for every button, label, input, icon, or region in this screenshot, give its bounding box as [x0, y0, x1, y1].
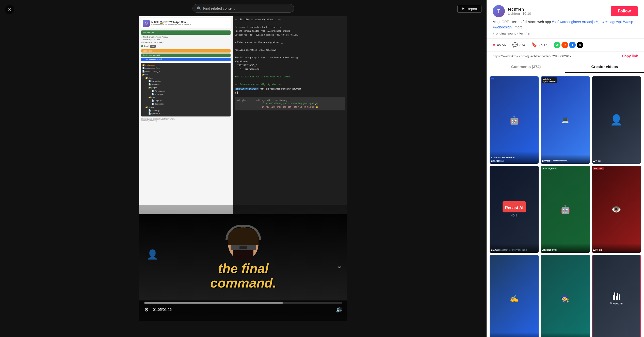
thumb-4-plays: ▶ 4048: [491, 249, 499, 252]
video-thumb-1[interactable]: 🤖 ChatGPT JSON mode and integrate ▶ 25.4…: [490, 76, 539, 164]
likes-stat: ♥ 45.5K: [493, 42, 506, 48]
heart-icon[interactable]: ♥: [493, 42, 495, 48]
hashtag-4[interactable]: #magewpt: [605, 20, 622, 24]
recast-ai-content: Recast AI 4048: [490, 166, 539, 253]
mage-title: MAGE 🧙 GPT Web App Gen...: [151, 21, 193, 24]
twitter-share-btn[interactable]: 𝕏: [577, 42, 583, 48]
search-bar[interactable]: 🔍 Find related content: [192, 4, 294, 13]
facebook-icon: f: [572, 43, 573, 47]
report-button[interactable]: ⚑ Report: [457, 5, 481, 13]
time-display: 01:05/01:26: [153, 308, 172, 312]
recast-ai-label: Recast AI: [505, 206, 523, 210]
mage-icon: 🔮: [143, 20, 150, 27]
thumb-2-emoji: 💻: [561, 116, 569, 124]
close-button[interactable]: ✕: [5, 5, 14, 14]
run-local-btn[interactable]: Run the app locally 🖥: [141, 54, 231, 57]
file-tree: 📁 main.wasp 📄 postcss.config.js 📄 tailwi…: [141, 63, 231, 117]
copy-link-button[interactable]: Copy link: [622, 54, 638, 58]
volume-icon[interactable]: 🔊: [336, 307, 342, 312]
thumb-5-plays: ▶ 55.5K: [542, 249, 551, 252]
run-app-btn[interactable]: Run the app: [141, 30, 231, 35]
video-thumb-9[interactable]: Now playing ▶ 856.4K: [592, 255, 641, 337]
thumb-1-plays: ▶ 25.4K: [491, 160, 500, 163]
scroll-down-indicator[interactable]: ⌄: [336, 262, 342, 270]
video-thumb-8[interactable]: 🧙 MageGPT part 2 ▶ 20.1K: [541, 255, 590, 337]
tab-comments[interactable]: Comments (374): [487, 61, 565, 73]
thumb-2-badge: builderiofigma to code: [542, 77, 557, 83]
setup-steps: ✓ Fixed: /src/client/pages Fixed... ✓ Fi…: [141, 36, 231, 48]
audio-bars-icon: [613, 292, 620, 300]
reddit-share-btn[interactable]: R: [561, 42, 568, 48]
subtitle-line1: the final: [210, 261, 276, 276]
hashtag-3[interactable]: #gpt4: [595, 20, 604, 24]
hashtag-5[interactable]: #wasp: [623, 20, 633, 24]
twitter-icon: 𝕏: [579, 44, 581, 46]
thumb-6-badge: GPT4-V: [593, 167, 604, 170]
subtitle-line2: command.: [210, 276, 276, 290]
whatsapp-share-btn[interactable]: W: [554, 42, 560, 48]
author-name[interactable]: techfren: [508, 7, 531, 12]
hashtag-6[interactable]: #webdesign..: [493, 25, 514, 29]
play-icon-3: ▶: [593, 160, 595, 163]
now-playing-label: Now playing: [610, 302, 623, 305]
likes-count: 45.5K: [497, 43, 506, 47]
play-icon: ▶: [491, 160, 493, 163]
video-thumb-4[interactable]: Recast AI 4048 Your AI assistant for eve…: [490, 166, 539, 253]
video-player: 🔮 MAGE 🧙 GPT Web App Gen... Generate you…: [139, 16, 347, 321]
sidebar-header: T techfren techfren · 10-10 Follow MageG…: [487, 0, 644, 39]
thumb-8-overlay: MageGPT part 2: [541, 333, 590, 337]
thumb-7-overlay: Hyperwrite AI Assistant So this AI: [490, 332, 539, 337]
sound-text[interactable]: original sound - techfren: [496, 31, 531, 35]
video-thumb-5[interactable]: 🤖 AutoAgents AutoAgents ▶ 55.5K: [541, 166, 590, 253]
video-thumb-6[interactable]: 👁️ GPT4-V GPT4-V ▶ 13.7K: [592, 166, 641, 253]
creator-videos-grid: 🤖 ChatGPT JSON mode and integrate ▶ 25.4…: [487, 73, 644, 337]
comments-count: 374: [519, 43, 525, 47]
hashtag-2[interactable]: #reactjs: [582, 20, 594, 24]
share-icons: W R f 𝕏: [554, 42, 583, 48]
hashtag-1[interactable]: #softwareengineer: [552, 20, 581, 24]
bookmarks-stat: 🔖 25.1K: [532, 42, 548, 48]
progress-bar[interactable]: [144, 302, 342, 304]
thumb-3-emoji: 👤: [610, 114, 623, 126]
bookmark-icon[interactable]: 🔖: [532, 42, 537, 48]
thumb-6-plays: ▶ 13.7K: [593, 249, 602, 252]
video-thumb-3[interactable]: 👤 ▶ 256K: [592, 76, 641, 164]
recast-ai-plays-label: 4048: [511, 214, 517, 217]
thumb-5-badge: AutoAgents: [542, 167, 557, 170]
more-link[interactable]: more: [514, 25, 523, 29]
thumb-5-emoji: 🤖: [560, 205, 570, 214]
avatar: T: [493, 5, 505, 17]
weather-app-label: weatherapp: [141, 49, 231, 53]
thumb-6-emoji: 👁️: [611, 205, 621, 214]
bookmarks-count: 25.1K: [539, 43, 548, 47]
play-icon-5: ▶: [542, 249, 544, 252]
reddit-icon: R: [564, 44, 566, 46]
microphone: [231, 245, 256, 250]
follow-button[interactable]: Follow: [611, 6, 638, 16]
flag-icon: ⚑: [462, 7, 465, 11]
copy-link-btn2[interactable]: Copy a shareable link 🔗: [141, 58, 231, 61]
thumb-1-badge: [491, 78, 494, 79]
progress-fill: [144, 302, 283, 304]
link-row: https://www.tiktok.com/@techfren/video/7…: [487, 52, 644, 61]
video-thumb-7[interactable]: ✍️ Hyperwrite AI Assistant So this AI ▶ …: [490, 255, 539, 337]
author-meta: techfren · 10-10: [508, 12, 531, 15]
screen-left-panel: 🔮 MAGE 🧙 GPT Web App Gen... Generate you…: [139, 16, 233, 214]
person-beard: [233, 250, 253, 260]
thumb-1-emoji: 🤖: [509, 115, 519, 125]
subtitle-overlay: the final command.: [210, 261, 276, 290]
headphones: [226, 225, 261, 240]
comment-icon[interactable]: 💬: [512, 42, 518, 48]
gear-icon[interactable]: ⚙: [144, 307, 149, 313]
thumb-3-plays: ▶ 256K: [593, 160, 601, 163]
tab-creator-videos[interactable]: Creator videos: [565, 61, 644, 73]
whatsapp-icon: W: [556, 43, 559, 47]
thumb-1-badge-text: ChatGPT JSON mode: [491, 156, 537, 159]
facebook-share-btn[interactable]: f: [569, 42, 576, 48]
comments-stat: 💬 374: [512, 42, 525, 48]
screen-recording: 🔮 MAGE 🧙 GPT Web App Gen... Generate you…: [139, 16, 347, 214]
search-placeholder: Find related content: [203, 6, 235, 10]
stats-row: ♥ 45.5K 💬 374 🔖 25.1K W R f 𝕏: [487, 39, 644, 52]
terminal-panel: --- Starting database migration... --- E…: [233, 16, 347, 214]
video-thumb-2[interactable]: 💻 Custom AI assistant HTML. builderiofig…: [541, 76, 590, 164]
